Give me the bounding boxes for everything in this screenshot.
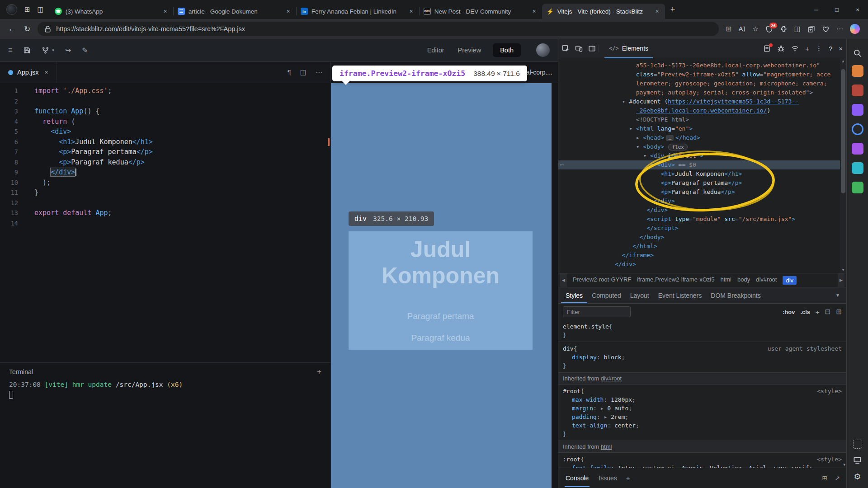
user-avatar[interactable] (536, 43, 550, 57)
inspect-icon[interactable] (562, 45, 570, 52)
breadcrumb-item[interactable]: iframe.Preview2-iframe-xOzi5 (637, 276, 714, 285)
read-aloud-icon[interactable]: A⟩ (739, 25, 746, 33)
sidebar-app-icon-ring[interactable] (852, 123, 863, 135)
fork-icon[interactable] (42, 47, 49, 54)
breadcrumb-item[interactable]: html (720, 276, 731, 285)
refresh-icon[interactable]: ↻ (20, 24, 34, 34)
split-editor-icon[interactable]: ◫ (300, 68, 307, 76)
code-line[interactable] (34, 198, 330, 208)
styles-tab[interactable]: DOM Breakpoints (706, 288, 765, 303)
styles-filter-input[interactable] (563, 306, 631, 317)
dom-tree-row[interactable]: ▾ <div id="root"> (558, 151, 846, 160)
minimize-icon[interactable]: ─ (806, 0, 826, 19)
dom-tree-row[interactable]: <p>Paragraf pertama</p> (558, 178, 846, 188)
breadcrumb-right-icon[interactable]: ▶ (838, 273, 844, 287)
back-icon[interactable]: ← (5, 24, 19, 34)
css-rule[interactable]: element.style {} (558, 320, 846, 342)
tab-close-icon[interactable]: × (531, 8, 538, 15)
close-devtools-icon[interactable]: × (839, 45, 843, 52)
code-line[interactable]: ); (34, 178, 330, 188)
editor-overview-ruler[interactable] (327, 83, 330, 362)
scrollbar-thumb[interactable] (841, 69, 845, 193)
save-icon[interactable] (23, 47, 31, 54)
browser-essentials-icon[interactable] (822, 25, 830, 33)
vertical-tabs-icon[interactable]: ◫ (38, 5, 44, 14)
bug-icon[interactable] (777, 45, 785, 52)
code-line[interactable]: <p>Paragraf kedua</p> (34, 157, 330, 168)
file-tab[interactable]: App.jsx × (0, 62, 57, 83)
stylesheet-origin-note[interactable]: <style> (817, 387, 842, 395)
tab-close-icon[interactable]: × (285, 8, 292, 15)
new-tab-button[interactable]: + (665, 5, 681, 14)
code-line[interactable]: import './App.css'; (34, 86, 330, 96)
element-states-icon[interactable]: ⊟ (825, 308, 831, 316)
dock-side-icon[interactable] (588, 45, 596, 52)
apps-grid-icon[interactable]: ⊞ (726, 25, 732, 33)
sidebar-app-icon-bag[interactable] (852, 143, 863, 155)
both-view-button[interactable]: Both (493, 43, 521, 57)
file-tab-close-icon[interactable]: × (45, 69, 48, 76)
dom-tree-row[interactable]: </body> (558, 233, 846, 242)
console-sidebar-icon[interactable]: ⊞ (822, 474, 828, 482)
css-declaration[interactable]: text-align: center; (563, 421, 842, 430)
drawer-tab-issues[interactable]: Issues (598, 469, 618, 487)
profile-avatar[interactable] (6, 4, 17, 15)
toggle-element-state-button[interactable]: :hov (783, 309, 795, 315)
code-line[interactable]: </div> (34, 167, 330, 178)
settings-gear-icon[interactable]: ⚙ (854, 472, 861, 482)
dom-tree-row[interactable]: ▾ #document (https://vitejsvitemcma55-1c… (558, 97, 846, 106)
dom-tree-row[interactable]: <h1>Judul Komponen</h1> (558, 169, 846, 178)
css-rule[interactable]: #root {<style>max-width: 1280px;margin: … (558, 385, 846, 441)
dom-tree-row[interactable]: </div> (558, 260, 846, 269)
dom-tree-row[interactable]: ⋯▾ <div> == $0 (558, 160, 846, 169)
breadcrumb-item[interactable]: body (737, 276, 750, 285)
dom-tree-row[interactable]: <script type="module" src="/src/main.jsx… (558, 215, 846, 224)
tab-close-icon[interactable]: × (162, 8, 169, 15)
drawer-tab-console[interactable]: Console (565, 469, 590, 487)
network-conditions-icon[interactable] (791, 45, 799, 52)
dom-tree-row[interactable]: lerometer; gyroscope; geolocation; micro… (558, 79, 846, 88)
collections-icon[interactable] (807, 25, 815, 33)
dom-tree-row[interactable]: </html> (558, 242, 846, 251)
dom-tree-row[interactable]: ▾ <body>flex (558, 142, 846, 151)
code-line[interactable] (34, 218, 330, 229)
styles-tab[interactable]: Computed (587, 288, 626, 303)
extensions-puzzle-icon[interactable] (780, 25, 788, 33)
dom-tree-row[interactable]: <!DOCTYPE html> (558, 115, 846, 124)
dom-tree-row[interactable]: </div> (558, 197, 846, 206)
screenshot-icon[interactable] (853, 440, 862, 449)
breadcrumb-item[interactable]: div (783, 276, 797, 285)
css-rule[interactable]: :root {<style>font-family: Inter, system… (558, 453, 846, 468)
elements-scrollbar[interactable]: ▲ ▼ (840, 58, 846, 273)
dom-tree-row[interactable]: ▸ <head>…</head> (558, 133, 846, 142)
edit-pencil-icon[interactable]: ✎ (82, 46, 88, 55)
help-icon[interactable]: ? (829, 45, 832, 52)
breadcrumb-item[interactable]: div#root (756, 276, 777, 285)
code-line[interactable]: <h1>Judul Komponen</h1> (34, 137, 330, 147)
css-declaration[interactable]: display: block; (563, 353, 842, 361)
browser-tab[interactable]: article - Google Dokumen× (173, 4, 296, 19)
more-options-icon[interactable]: ⋯ (316, 68, 322, 76)
add-drawer-tab-button[interactable]: + (626, 474, 630, 482)
favorites-star-icon[interactable]: ☆ (752, 25, 758, 33)
split-screen-icon[interactable]: ◫ (794, 25, 801, 33)
address-input[interactable]: https://stackblitz.com/edit/vitejs-vite-… (38, 22, 719, 36)
dom-tree-row[interactable]: </iframe> (558, 251, 846, 260)
breadcrumb-left-icon[interactable]: ◀ (560, 273, 567, 287)
browser-tab[interactable]: inFerry Ananda Febian | LinkedIn× (296, 4, 419, 19)
dom-tree-row[interactable]: ▾ <html lang="en"> (558, 124, 846, 133)
css-declaration[interactable]: margin: ▸ 0 auto; (563, 404, 842, 413)
add-panel-icon[interactable]: + (805, 45, 809, 52)
search-icon[interactable] (853, 49, 862, 57)
dom-tree-row[interactable]: </div> (558, 206, 846, 215)
code-line[interactable]: export default App; (34, 208, 330, 218)
dom-tree-row[interactable]: <p>Paragraf kedua</p> (558, 188, 846, 197)
copilot-icon[interactable] (850, 24, 860, 34)
adblock-extension-icon[interactable]: 26 (765, 25, 773, 33)
code-editor[interactable]: 1234567891011121314 import './App.css';f… (0, 83, 330, 362)
dom-tree-row[interactable]: -26ebe8bf.local-corp.webcontainer.io/) (558, 106, 846, 115)
issues-badge-icon[interactable] (763, 45, 771, 52)
styles-tab[interactable]: Styles (561, 288, 587, 303)
settings-more-icon[interactable]: ⋯ (836, 25, 843, 33)
code-line[interactable]: } (34, 188, 330, 198)
